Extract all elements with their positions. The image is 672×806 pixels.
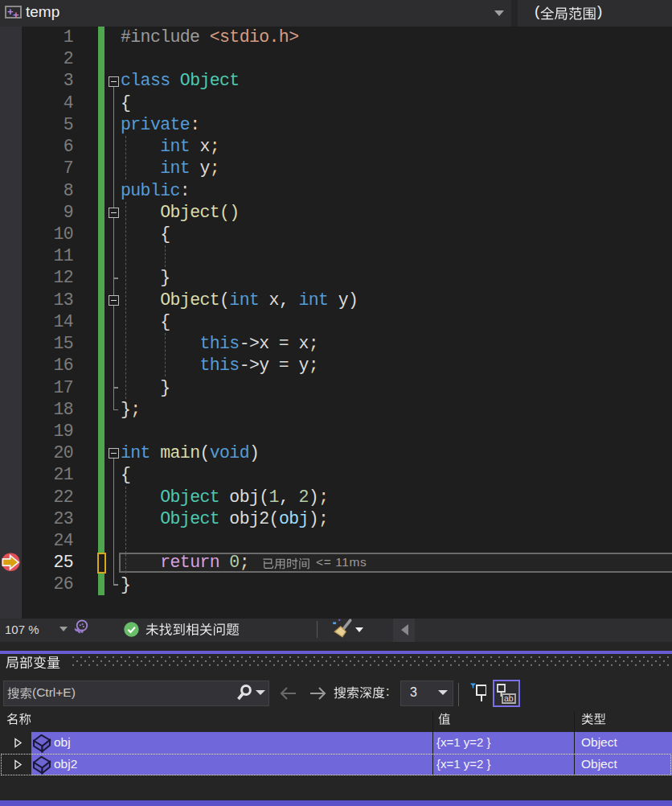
svg-text:ab: ab [504, 693, 514, 703]
